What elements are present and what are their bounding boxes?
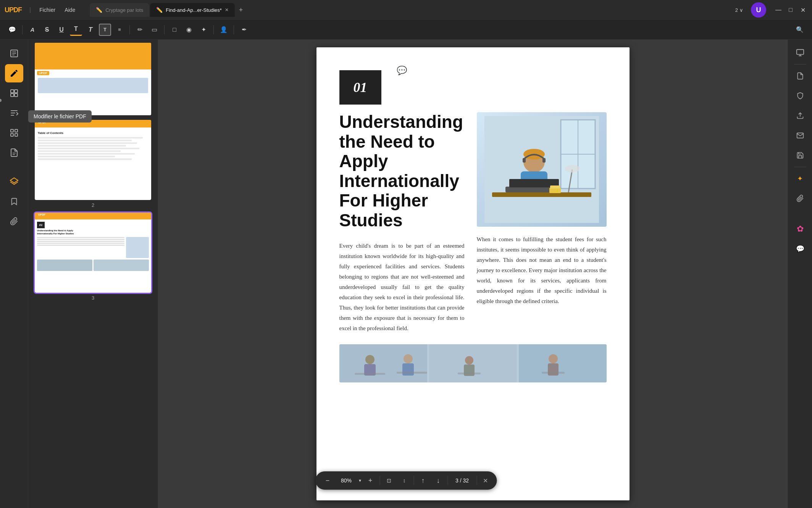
toolbar-sep-4: [213, 25, 214, 34]
sidebar-icon-convert[interactable]: [5, 104, 23, 122]
title-bar-menu: Fichier Aide: [36, 5, 79, 15]
side-text-paragraph: When it comes to fulfilling the student …: [477, 234, 607, 306]
title-bar: UPDF | Fichier Aide ✏️ Cryptage par lots…: [0, 0, 812, 20]
maximize-button[interactable]: □: [786, 5, 795, 15]
svg-rect-28: [549, 188, 561, 193]
zoom-bar-close-button[interactable]: ✕: [480, 475, 491, 486]
shapes-button[interactable]: □: [168, 24, 181, 36]
svg-rect-44: [355, 373, 385, 375]
next-page-button[interactable]: ↓: [432, 474, 444, 487]
page-counter: 2 ∨: [735, 7, 743, 13]
right-ai-button[interactable]: ✿: [792, 221, 809, 237]
right-save-button[interactable]: [792, 147, 809, 164]
comment-tool-button[interactable]: 💬: [6, 24, 18, 36]
right-star-button[interactable]: ✦: [792, 170, 809, 187]
text-block-button[interactable]: T: [84, 24, 97, 36]
thumbnail-page-1[interactable]: UPDF: [31, 43, 155, 115]
sidebar-collapse-indicator[interactable]: [0, 99, 2, 102]
toolbar-sep-1: [22, 25, 23, 34]
tab-cryptage-icon: ✏️: [96, 7, 102, 13]
toolbar: 💬 A S U T T T ≡ ✏ ▭ □ ◉ ✦ 👤 ✒ 🔍: [0, 20, 812, 40]
add-tab-button[interactable]: +: [236, 5, 246, 15]
tab-cryptage[interactable]: ✏️ Cryptage par lots: [90, 3, 149, 17]
stamp-button[interactable]: ✦: [197, 24, 210, 36]
svg-rect-47: [542, 372, 565, 374]
svg-point-31: [565, 165, 580, 173]
svg-rect-46: [458, 373, 481, 374]
svg-point-40: [465, 356, 473, 364]
tab-studies-icon: ✏️: [156, 7, 163, 13]
minimize-button[interactable]: —: [774, 5, 783, 15]
close-button[interactable]: ✕: [798, 5, 807, 15]
prev-page-button[interactable]: ↑: [417, 474, 429, 487]
tab-close-button[interactable]: ✕: [225, 7, 229, 13]
thumbnail-page-2[interactable]: UPDF Table of Contents: [31, 120, 155, 208]
sidebar-icon-layers[interactable]: [5, 173, 23, 191]
pen-button[interactable]: ✏: [134, 24, 146, 36]
svg-marker-14: [10, 178, 18, 183]
zoom-level-display: 80%: [337, 477, 356, 484]
page-info-display: 3 / 32: [451, 477, 473, 484]
sidebar-icon-bookmark[interactable]: [5, 192, 23, 211]
fit-width-button[interactable]: ↕: [398, 474, 410, 487]
sidebar-icon-reader[interactable]: [5, 44, 23, 63]
sidebar-icon-organize[interactable]: [5, 84, 23, 102]
user-avatar[interactable]: U: [751, 2, 766, 18]
zoom-dropdown-button[interactable]: ▾: [359, 478, 361, 483]
text-align-button[interactable]: ≡: [113, 24, 126, 36]
chapter-number-box: 01: [339, 70, 381, 105]
underline-button[interactable]: U: [55, 24, 68, 36]
right-comment-button[interactable]: 💬: [792, 240, 809, 257]
pdf-viewer[interactable]: 💬 01 Understanding the Need to Apply Int…: [158, 40, 788, 508]
chapter-title: Understanding the Need to Apply Internat…: [339, 112, 465, 230]
content-area: Understanding the Need to Apply Internat…: [339, 112, 607, 334]
right-sidebar: ✦ ✿ 💬: [788, 40, 812, 508]
tab-studies-label: Find-and-Ap...er-Studies*: [166, 7, 222, 13]
menu-fichier[interactable]: Fichier: [36, 5, 59, 15]
thumbnail-page-3[interactable]: UPDF 01 Understanding the Need to Apply …: [31, 213, 155, 301]
search-button[interactable]: 🔍: [794, 24, 806, 36]
right-ocr-button[interactable]: [792, 44, 809, 61]
bottom-image-strip: [339, 344, 607, 382]
text-color-button[interactable]: T: [70, 24, 82, 36]
right-share-button[interactable]: [792, 107, 809, 124]
zoom-out-button[interactable]: −: [321, 474, 334, 487]
sidebar-icon-form[interactable]: [5, 144, 23, 162]
thumb-page-2-num: 2: [92, 202, 94, 208]
menu-aide[interactable]: Aide: [61, 5, 79, 15]
right-security-button[interactable]: [792, 87, 809, 104]
fit-page-button[interactable]: ⊡: [383, 474, 395, 487]
right-email-button[interactable]: [792, 127, 809, 144]
svg-rect-26: [523, 158, 526, 163]
left-sidebar: Modifier le fichier PDF: [0, 40, 28, 508]
strikethrough-button[interactable]: S: [41, 24, 53, 36]
right-docinfo-button[interactable]: [792, 68, 809, 84]
svg-rect-43: [548, 363, 559, 376]
svg-rect-33: [339, 344, 427, 382]
thumb-page-3-num: 3: [92, 295, 94, 301]
zoom-in-button[interactable]: +: [364, 474, 376, 487]
svg-rect-11: [15, 134, 18, 136]
toc-title: Table of Contents: [38, 131, 148, 135]
user-button[interactable]: 👤: [218, 24, 230, 36]
tab-cryptage-label: Cryptage par lots: [105, 7, 143, 13]
rs-sep-1: [794, 64, 806, 65]
right-clip-button[interactable]: [792, 190, 809, 207]
svg-rect-6: [11, 94, 14, 97]
tab-studies[interactable]: ✏️ Find-and-Ap...er-Studies* ✕: [150, 3, 235, 17]
body-text-paragraph: Every child's dream is to be part of an …: [339, 241, 465, 334]
svg-rect-34: [429, 344, 517, 382]
highlight-button[interactable]: A: [26, 24, 39, 36]
sidebar-icon-paperclip[interactable]: [5, 212, 23, 231]
sidebar-icon-ocr[interactable]: [5, 124, 23, 142]
signature-button[interactable]: ✒: [238, 24, 250, 36]
color-button[interactable]: ◉: [183, 24, 195, 36]
svg-point-42: [549, 354, 558, 363]
pdf-page-content: 💬 01 Understanding the Need to Apply Int…: [316, 47, 630, 500]
svg-rect-35: [519, 344, 607, 382]
sidebar-icon-edit-pdf[interactable]: [5, 64, 23, 82]
comment-annotation[interactable]: 💬: [397, 66, 407, 76]
text-box-button[interactable]: T: [99, 24, 111, 36]
eraser-button[interactable]: ▭: [148, 24, 160, 36]
svg-rect-39: [402, 363, 414, 376]
